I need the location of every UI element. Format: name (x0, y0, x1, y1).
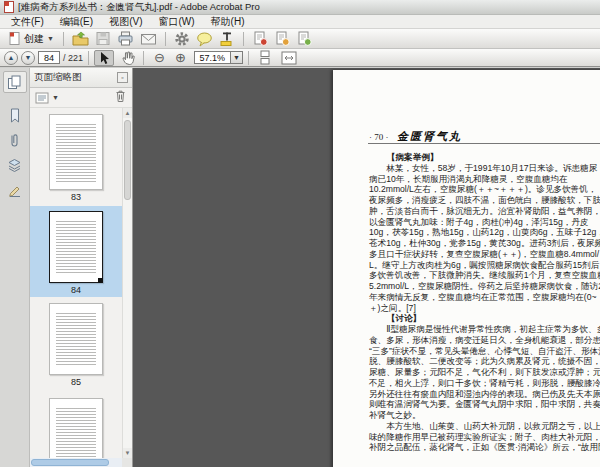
chevron-down-icon: ▼ (52, 94, 59, 101)
text-line: 5.2mmol/L，空腹尿糖阴性。停药之后坚持糖尿病饮食，随访2 (369, 281, 600, 292)
doc-action-green-button[interactable] (293, 31, 315, 47)
menu-edit[interactable]: 编辑(E) (52, 15, 101, 29)
title-bar: [难病奇方系列丛书：金匮肾气丸].pdf - Adobe Acrobat Pro (0, 0, 600, 15)
scrollbar-thumb[interactable] (31, 459, 109, 466)
toolbar-separator (243, 32, 244, 46)
scrolling-mode-button[interactable] (254, 50, 275, 66)
document-view-area[interactable]: · 70 · 金匮肾气丸 【病案举例】 林某，女性，58岁，于1991年10月1… (133, 68, 600, 467)
delete-pages-button[interactable] (114, 89, 127, 107)
thumbnail-page-85[interactable]: 85 (30, 303, 122, 387)
create-pdf-button[interactable]: 创建 ▼ (4, 30, 58, 47)
panel-options-button[interactable]: ▫ (117, 72, 128, 83)
toolbar-separator (143, 51, 144, 65)
page-thumbnails-tab[interactable] (3, 71, 27, 93)
menu-view[interactable]: 视图(V) (101, 15, 150, 29)
page-count-label: / 221 (63, 53, 83, 63)
email-button[interactable] (137, 31, 160, 47)
text-line: 食、多尿，形体消瘦，病变迁延日久，全身机能衰退，部分患者 (369, 335, 600, 346)
save-button[interactable] (92, 31, 114, 47)
zoom-dropdown-button[interactable]: ▼ (230, 51, 243, 64)
open-file-button[interactable] (69, 31, 92, 47)
thumbnail-label: 84 (71, 285, 81, 295)
comment-button[interactable] (193, 31, 216, 47)
doc-action-red-button[interactable] (249, 31, 271, 47)
text-line: 10.2mmol/L左右，空腹尿糖(＋＋~＋＋＋)。诊见多饮善饥， (369, 184, 600, 195)
page-number-marker: · 70 · (369, 132, 389, 142)
text-line: 夜尿频多，消瘦疲乏，四肢不温，面色㿠白，腰膝酸软，下肢微 (369, 195, 600, 206)
scrollbar-corner (122, 458, 132, 467)
toolbar-separator (165, 32, 166, 46)
zoom-out-button[interactable]: ⊖ (149, 50, 170, 66)
layers-tab[interactable] (3, 154, 27, 176)
menu-file[interactable]: 文件(F) (3, 15, 52, 29)
select-arrow-icon (98, 51, 110, 65)
scroll-down-arrow-icon[interactable]: ▼ (123, 448, 132, 458)
thumbnails-vertical-scrollbar[interactable]: ▲ ▼ (122, 108, 132, 458)
speech-bubble-icon (196, 31, 213, 47)
text-line: ＋)之间。[7] (369, 303, 600, 314)
thumbnail-page-86[interactable]: 86 (30, 398, 122, 467)
thumbnail-options-button[interactable]: ▼ (35, 92, 59, 104)
thumbnail-page-83[interactable]: 83 (30, 114, 122, 202)
menu-window[interactable]: 窗口(W) (150, 15, 202, 29)
highlight-text-icon (219, 31, 235, 47)
pdf-page-84[interactable]: · 70 · 金匮肾气丸 【病案举例】 林某，女性，58岁，于1991年10月1… (333, 70, 600, 467)
text-line: Ⅱ型糖尿病是慢性代谢异常性疾病，初起主症常为多饮、多 (369, 324, 600, 335)
zoom-in-button[interactable]: ⊕ (170, 50, 191, 66)
page-view-handle[interactable] (98, 278, 103, 283)
navigation-toolbar: ▲ ▼ / 221 ⊖ ⊕ 57.1% ▼ (0, 49, 600, 67)
zoom-level-value[interactable]: 57.1% (194, 51, 230, 64)
toolbar-separator (63, 32, 64, 46)
minus-circle-icon: ⊖ (152, 51, 167, 64)
thumbnail-label: 85 (71, 377, 81, 387)
attachments-tab[interactable] (3, 129, 27, 151)
fit-page-button[interactable] (278, 50, 300, 66)
thumbnails-horizontal-scrollbar[interactable] (30, 458, 122, 467)
print-button[interactable] (114, 31, 137, 47)
select-tool-button[interactable] (94, 50, 114, 66)
panel-menu-icon: ▫ (121, 74, 123, 81)
hand-icon (121, 50, 135, 65)
text-line: 年来病情无反复，空腹血糖均在正常范围，空腹尿糖均在(0~ (369, 292, 600, 303)
plus-circle-icon: ⊕ (173, 51, 188, 64)
gear-icon (174, 31, 190, 47)
printer-icon (117, 31, 134, 46)
previous-page-button[interactable]: ▲ (4, 51, 18, 65)
menu-help[interactable]: 帮助(H) (203, 15, 253, 29)
thumbnails-panel-header: 页面缩略图 ▫ (30, 68, 132, 88)
window-title: [难病奇方系列丛书：金匮肾气丸].pdf - Adobe Acrobat Pro (18, 1, 260, 14)
running-header: · 70 · 金匮肾气丸 (369, 126, 462, 144)
thumbnail-list: 83 84 85 86 ▲ ▼ (30, 108, 132, 467)
hand-tool-button[interactable] (118, 50, 138, 66)
acrobat-app-icon (4, 1, 14, 13)
text-line: 味的降糖作用早已被药理实验所证实；附子、肉桂大补元阳，与 (369, 432, 600, 443)
bookmarks-tab[interactable] (3, 104, 27, 126)
options-list-icon (35, 92, 50, 104)
toolbar-separator (88, 51, 89, 65)
bookmark-icon (8, 108, 22, 123)
scroll-up-arrow-icon[interactable]: ▲ (123, 108, 132, 118)
open-folder-icon (72, 31, 89, 46)
thumbnail-page-84-selected[interactable]: 84 (30, 206, 122, 297)
text-line: 以金匮肾气丸加味：附子4g，肉桂(冲)4g，泽泻15g，丹皮 (369, 217, 600, 228)
text-line: 补肾气之妙。 (369, 410, 600, 421)
thumbnails-panel-title: 页面缩略图 (34, 71, 117, 84)
document-red-badge-icon (252, 31, 268, 46)
discussion-heading: 【讨论】 (369, 313, 600, 324)
main-toolbar: 创建 ▼ (0, 29, 600, 49)
thumbnails-toolbar: ▼ (30, 88, 132, 108)
scrollbar-thumb[interactable] (124, 120, 131, 200)
document-orange-badge-icon (274, 31, 290, 46)
toolbar-separator (248, 51, 249, 65)
signatures-tab[interactable] (3, 179, 27, 201)
fit-width-icon (281, 51, 297, 65)
doc-action-orange-button[interactable] (271, 31, 293, 47)
text-line: L。继守上方改肉桂为6g，嘱按照糖尿病饮食配合服药15剂后， (369, 260, 600, 271)
envelope-icon (140, 32, 157, 46)
tools-button[interactable] (171, 31, 193, 47)
thumbnail-image (49, 398, 103, 466)
highlight-text-button[interactable] (216, 31, 238, 47)
page-number-input[interactable] (38, 51, 60, 64)
next-page-button[interactable]: ▼ (21, 51, 35, 65)
text-line: 病已10年，长期服用消渴丸和降糖灵，空腹血糖均在 (369, 174, 600, 185)
